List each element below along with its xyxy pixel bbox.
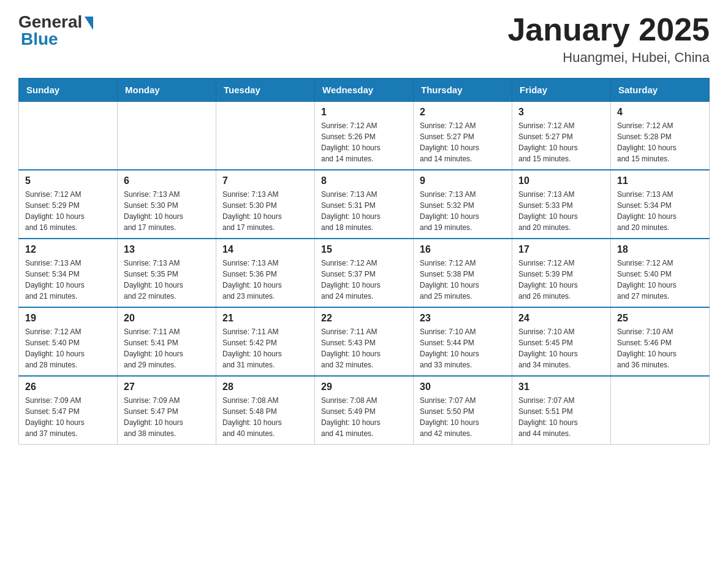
day-info: Sunrise: 7:10 AMSunset: 5:46 PMDaylight:… <box>617 326 703 370</box>
calendar-cell <box>216 102 315 170</box>
day-info: Sunrise: 7:07 AMSunset: 5:51 PMDaylight:… <box>518 395 604 439</box>
day-number: 27 <box>124 381 210 393</box>
day-number: 12 <box>25 244 111 255</box>
calendar-day-header: Thursday <box>414 79 512 102</box>
day-number: 19 <box>25 313 111 324</box>
day-info: Sunrise: 7:11 AMSunset: 5:42 PMDaylight:… <box>222 326 308 370</box>
calendar-table: SundayMondayTuesdayWednesdayThursdayFrid… <box>18 78 710 445</box>
day-info: Sunrise: 7:12 AMSunset: 5:26 PMDaylight:… <box>321 120 407 164</box>
day-number: 5 <box>25 175 111 186</box>
day-number: 9 <box>420 175 506 186</box>
day-number: 26 <box>25 381 111 393</box>
calendar-day-header: Friday <box>512 79 611 102</box>
day-info: Sunrise: 7:08 AMSunset: 5:49 PMDaylight:… <box>321 395 407 439</box>
calendar-cell: 1Sunrise: 7:12 AMSunset: 5:26 PMDaylight… <box>315 102 414 170</box>
calendar-cell: 25Sunrise: 7:10 AMSunset: 5:46 PMDayligh… <box>611 307 710 376</box>
calendar-cell <box>118 102 216 170</box>
calendar-cell: 11Sunrise: 7:13 AMSunset: 5:34 PMDayligh… <box>611 170 710 239</box>
calendar-cell: 20Sunrise: 7:11 AMSunset: 5:41 PMDayligh… <box>118 307 216 376</box>
day-number: 29 <box>321 381 407 393</box>
calendar-header-row: SundayMondayTuesdayWednesdayThursdayFrid… <box>19 79 710 102</box>
calendar-cell: 9Sunrise: 7:13 AMSunset: 5:32 PMDaylight… <box>414 170 512 239</box>
calendar-cell: 21Sunrise: 7:11 AMSunset: 5:42 PMDayligh… <box>216 307 315 376</box>
calendar-day-header: Saturday <box>611 79 710 102</box>
calendar-day-header: Monday <box>118 79 216 102</box>
calendar-cell: 22Sunrise: 7:11 AMSunset: 5:43 PMDayligh… <box>315 307 414 376</box>
day-number: 18 <box>617 244 703 255</box>
calendar-cell: 29Sunrise: 7:08 AMSunset: 5:49 PMDayligh… <box>315 376 414 445</box>
calendar-cell: 2Sunrise: 7:12 AMSunset: 5:27 PMDaylight… <box>414 102 512 170</box>
calendar-cell: 13Sunrise: 7:13 AMSunset: 5:35 PMDayligh… <box>118 239 216 307</box>
day-number: 6 <box>124 175 210 186</box>
day-info: Sunrise: 7:12 AMSunset: 5:27 PMDaylight:… <box>518 120 604 164</box>
day-info: Sunrise: 7:12 AMSunset: 5:40 PMDaylight:… <box>25 326 111 370</box>
calendar-cell: 19Sunrise: 7:12 AMSunset: 5:40 PMDayligh… <box>19 307 118 376</box>
day-number: 23 <box>420 313 506 324</box>
day-info: Sunrise: 7:12 AMSunset: 5:27 PMDaylight:… <box>420 120 506 164</box>
day-number: 4 <box>617 107 703 118</box>
logo-blue-text: Blue <box>18 29 58 49</box>
day-info: Sunrise: 7:09 AMSunset: 5:47 PMDaylight:… <box>25 395 111 439</box>
page-header: General Blue January 2025 Huangmei, Hube… <box>18 12 710 66</box>
day-number: 1 <box>321 107 407 118</box>
calendar-cell: 28Sunrise: 7:08 AMSunset: 5:48 PMDayligh… <box>216 376 315 445</box>
calendar-cell: 24Sunrise: 7:10 AMSunset: 5:45 PMDayligh… <box>512 307 611 376</box>
day-number: 21 <box>222 313 308 324</box>
calendar-cell: 5Sunrise: 7:12 AMSunset: 5:29 PMDaylight… <box>19 170 118 239</box>
day-info: Sunrise: 7:13 AMSunset: 5:36 PMDaylight:… <box>222 258 308 302</box>
day-number: 30 <box>420 381 506 393</box>
day-info: Sunrise: 7:13 AMSunset: 5:34 PMDaylight:… <box>25 258 111 302</box>
day-number: 16 <box>420 244 506 255</box>
calendar-week-row: 19Sunrise: 7:12 AMSunset: 5:40 PMDayligh… <box>19 307 710 376</box>
day-number: 17 <box>518 244 604 255</box>
day-info: Sunrise: 7:08 AMSunset: 5:48 PMDaylight:… <box>222 395 308 439</box>
day-number: 20 <box>124 313 210 324</box>
calendar-cell: 17Sunrise: 7:12 AMSunset: 5:39 PMDayligh… <box>512 239 611 307</box>
calendar-cell: 8Sunrise: 7:13 AMSunset: 5:31 PMDaylight… <box>315 170 414 239</box>
day-number: 14 <box>222 244 308 255</box>
day-info: Sunrise: 7:13 AMSunset: 5:35 PMDaylight:… <box>124 258 210 302</box>
title-block: January 2025 Huangmei, Hubei, China <box>507 12 710 66</box>
day-number: 3 <box>518 107 604 118</box>
calendar-cell: 4Sunrise: 7:12 AMSunset: 5:28 PMDaylight… <box>611 102 710 170</box>
day-info: Sunrise: 7:11 AMSunset: 5:41 PMDaylight:… <box>124 326 210 370</box>
day-info: Sunrise: 7:12 AMSunset: 5:28 PMDaylight:… <box>617 120 703 164</box>
calendar-cell: 14Sunrise: 7:13 AMSunset: 5:36 PMDayligh… <box>216 239 315 307</box>
day-info: Sunrise: 7:13 AMSunset: 5:33 PMDaylight:… <box>518 189 604 233</box>
calendar-cell: 12Sunrise: 7:13 AMSunset: 5:34 PMDayligh… <box>19 239 118 307</box>
calendar-subtitle: Huangmei, Hubei, China <box>507 50 710 66</box>
logo: General Blue <box>18 12 93 49</box>
day-number: 31 <box>518 381 604 393</box>
day-info: Sunrise: 7:12 AMSunset: 5:29 PMDaylight:… <box>25 189 111 233</box>
day-info: Sunrise: 7:11 AMSunset: 5:43 PMDaylight:… <box>321 326 407 370</box>
calendar-cell: 26Sunrise: 7:09 AMSunset: 5:47 PMDayligh… <box>19 376 118 445</box>
calendar-cell: 16Sunrise: 7:12 AMSunset: 5:38 PMDayligh… <box>414 239 512 307</box>
day-info: Sunrise: 7:13 AMSunset: 5:31 PMDaylight:… <box>321 189 407 233</box>
day-info: Sunrise: 7:10 AMSunset: 5:45 PMDaylight:… <box>518 326 604 370</box>
calendar-cell: 10Sunrise: 7:13 AMSunset: 5:33 PMDayligh… <box>512 170 611 239</box>
calendar-week-row: 12Sunrise: 7:13 AMSunset: 5:34 PMDayligh… <box>19 239 710 307</box>
day-info: Sunrise: 7:12 AMSunset: 5:39 PMDaylight:… <box>518 258 604 302</box>
day-number: 25 <box>617 313 703 324</box>
day-number: 10 <box>518 175 604 186</box>
day-number: 7 <box>222 175 308 186</box>
day-info: Sunrise: 7:12 AMSunset: 5:40 PMDaylight:… <box>617 258 703 302</box>
day-number: 28 <box>222 381 308 393</box>
calendar-title: January 2025 <box>507 12 710 47</box>
calendar-cell: 6Sunrise: 7:13 AMSunset: 5:30 PMDaylight… <box>118 170 216 239</box>
calendar-week-row: 5Sunrise: 7:12 AMSunset: 5:29 PMDaylight… <box>19 170 710 239</box>
calendar-cell: 23Sunrise: 7:10 AMSunset: 5:44 PMDayligh… <box>414 307 512 376</box>
day-info: Sunrise: 7:10 AMSunset: 5:44 PMDaylight:… <box>420 326 506 370</box>
day-info: Sunrise: 7:13 AMSunset: 5:34 PMDaylight:… <box>617 189 703 233</box>
day-info: Sunrise: 7:13 AMSunset: 5:30 PMDaylight:… <box>222 189 308 233</box>
calendar-cell: 27Sunrise: 7:09 AMSunset: 5:47 PMDayligh… <box>118 376 216 445</box>
day-info: Sunrise: 7:09 AMSunset: 5:47 PMDaylight:… <box>124 395 210 439</box>
day-number: 11 <box>617 175 703 186</box>
day-info: Sunrise: 7:12 AMSunset: 5:37 PMDaylight:… <box>321 258 407 302</box>
calendar-cell <box>611 376 710 445</box>
calendar-cell <box>19 102 118 170</box>
calendar-cell: 31Sunrise: 7:07 AMSunset: 5:51 PMDayligh… <box>512 376 611 445</box>
calendar-cell: 3Sunrise: 7:12 AMSunset: 5:27 PMDaylight… <box>512 102 611 170</box>
calendar-week-row: 26Sunrise: 7:09 AMSunset: 5:47 PMDayligh… <box>19 376 710 445</box>
calendar-cell: 18Sunrise: 7:12 AMSunset: 5:40 PMDayligh… <box>611 239 710 307</box>
